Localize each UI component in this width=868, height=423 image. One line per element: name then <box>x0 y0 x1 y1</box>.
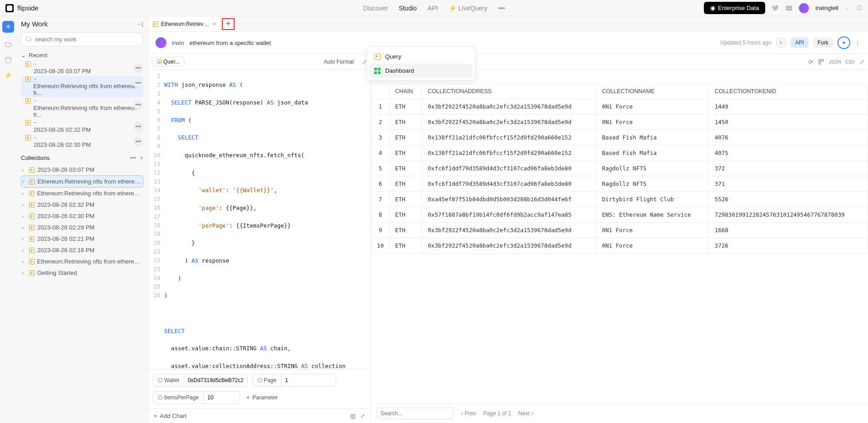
recent-item[interactable]: ~ 2023-08-26 02:32 PM ••• <box>21 120 143 134</box>
twitter-icon[interactable] <box>772 5 779 12</box>
col-name[interactable]: COLLECTIONNAME <box>596 84 709 99</box>
item-menu-icon[interactable]: ••• <box>133 137 143 147</box>
param-icon: ⬡ <box>158 394 162 401</box>
collection-item[interactable]: ›Ethereum:Retrieving nfts from ethereum.… <box>21 188 143 199</box>
username[interactable]: irwingtell <box>815 5 838 11</box>
table-row[interactable]: 2ETH0x3bf2922f4520a8ba0c2efc3d2a1539678d… <box>371 114 868 130</box>
bolt-icon[interactable]: ⚡ <box>5 72 12 79</box>
logo[interactable]: flipside <box>5 4 39 12</box>
nav-livequery[interactable]: ⚡ LiveQuery <box>449 5 487 12</box>
query-icon <box>29 167 35 173</box>
recent-item[interactable]: ~ 2023-08-26 02:30 PM ••• <box>21 135 143 149</box>
item-menu-icon[interactable]: ••• <box>133 63 143 73</box>
collection-item[interactable]: ›Ethereum:Retrieving nfts from ethereum.… <box>21 175 143 188</box>
collection-item[interactable]: ›Getting Started <box>21 267 143 279</box>
collections-menu-icon[interactable]: ••• <box>130 154 136 161</box>
collection-item[interactable]: ›2023-08-26 02:29 PM <box>21 222 143 233</box>
add-chart-button[interactable]: + Add Chart ▥ ⤢ <box>148 408 371 423</box>
table-row[interactable]: 10ETH0x3bf2922f4520a8ba0c2efc3d2a1539678… <box>371 238 868 254</box>
item-menu-icon[interactable]: ••• <box>133 78 143 88</box>
table-row[interactable]: 4ETH0x138ff21a21dfc06fbfccf15f2d9fd290a6… <box>371 145 868 161</box>
item-menu-icon[interactable]: ••• <box>133 100 143 110</box>
editor-pane: Quer... Auto Format ⤢ 123456789101112131… <box>148 54 371 423</box>
refresh-icon[interactable]: ⟳ <box>808 59 813 65</box>
query-icon <box>29 259 35 264</box>
bell-icon[interactable] <box>856 5 863 11</box>
json-button[interactable]: JSON <box>829 60 841 65</box>
nav-api[interactable]: API <box>428 5 438 12</box>
database-icon[interactable] <box>5 56 12 64</box>
item-menu-icon[interactable]: ••• <box>133 122 143 132</box>
discord-icon[interactable] <box>785 5 793 12</box>
collection-item[interactable]: ›2023-08-26 02:32 PM <box>21 199 143 210</box>
table-row[interactable]: 5ETH0xfc6f1ddf79d3589d4d3cf3107cad96fa8e… <box>371 161 868 176</box>
table-row[interactable]: 8ETH0x57f1887a8bf19b14fc0df6fd9b2acc9af1… <box>371 207 868 223</box>
page-input[interactable] <box>281 374 336 386</box>
query-tab[interactable]: Ethereum:Retrievin... × <box>148 16 221 31</box>
author-avatar[interactable] <box>156 37 166 48</box>
svg-rect-4 <box>819 62 821 64</box>
col-address[interactable]: COLLECTIONADDRESS <box>422 84 596 99</box>
editor-tab-query[interactable]: Quer... <box>152 57 185 67</box>
nav-discover[interactable]: Discover <box>363 5 387 12</box>
qr-icon[interactable] <box>818 59 824 65</box>
nav-more-icon[interactable]: ••• <box>498 5 505 12</box>
recent-item[interactable]: ~ Ethereum:Retrieving nfts from ethereum… <box>21 98 143 119</box>
recent-item[interactable]: ~ 2023-08-26 03:07 PM ••• <box>21 61 143 75</box>
col-chain[interactable]: CHAIN <box>390 84 422 99</box>
nav-studio[interactable]: Studio <box>399 5 417 12</box>
chevron-down-icon[interactable]: ⌄ <box>845 5 850 11</box>
folder-icon[interactable] <box>5 41 12 48</box>
table-row[interactable]: 1ETH0x3bf2922f4520a8ba0c2efc3d2a1539678d… <box>371 99 868 114</box>
table-row[interactable]: 3ETH0x138ff21a21dfc06fbfccf15f2d9fd290a6… <box>371 130 868 145</box>
svg-rect-3 <box>822 60 823 61</box>
query-icon <box>25 135 31 140</box>
fork-button[interactable]: Fork <box>813 38 833 48</box>
collection-item[interactable]: ›2023-08-26 02:30 PM <box>21 210 143 222</box>
add-parameter-button[interactable]: + Parameter <box>245 391 280 404</box>
api-button[interactable]: API <box>791 38 808 48</box>
history-icon[interactable]: ↻ <box>776 38 786 48</box>
collection-item[interactable]: ›2023-08-26 02:18 PM <box>21 244 143 256</box>
new-tab-button[interactable]: + <box>222 18 235 30</box>
table-row[interactable]: 7ETH0xa45ef87f51b84dbd0d5b003d288b16d3d0… <box>371 192 868 207</box>
dashboard-icon <box>374 68 381 74</box>
layout-icon[interactable]: ▥ <box>350 413 356 419</box>
search-input[interactable] <box>21 32 143 46</box>
items-input[interactable] <box>203 392 240 403</box>
expand-icon[interactable]: ⤢ <box>360 413 365 419</box>
collection-item[interactable]: ›2023-08-26 03:07 PM <box>21 164 143 175</box>
next-button[interactable]: Next › <box>518 410 533 417</box>
tabbar: Ethereum:Retrievin... × + <box>148 16 868 32</box>
col-idx[interactable] <box>371 84 390 99</box>
csv-button[interactable]: CSV <box>845 60 855 65</box>
auto-format-button[interactable]: Auto Format <box>319 57 358 66</box>
collapse-results-icon[interactable]: ⤢ <box>859 59 864 65</box>
close-tab-icon[interactable]: × <box>213 21 216 27</box>
wallet-input[interactable] <box>184 374 247 386</box>
recent-item[interactable]: ~ Ethereum:Retrieving nfts from ethereum… <box>21 76 143 97</box>
more-icon[interactable]: ⋮ <box>855 40 861 46</box>
col-tokenid[interactable]: COLLECTIONTOKENID <box>709 84 868 99</box>
collection-item[interactable]: ›Ethereum:Retrieving nfts from ethereum.… <box>21 256 143 267</box>
prev-button[interactable]: ‹ Prev <box>461 410 476 417</box>
avatar[interactable] <box>799 3 809 13</box>
dropdown-new-dashboard[interactable]: Dashboard <box>370 64 472 78</box>
run-button[interactable] <box>838 36 850 49</box>
results-search-input[interactable] <box>376 408 454 419</box>
search-icon <box>25 36 32 42</box>
enterprise-button[interactable]: ◉ Enterprise Data <box>704 2 765 14</box>
query-icon <box>157 60 161 64</box>
recent-header[interactable]: ⌄Recent <box>21 52 143 59</box>
query-icon <box>29 248 35 253</box>
table-row[interactable]: 9ETH0x3bf2922f4520a8ba0c2efc3d2a1539678d… <box>371 223 868 238</box>
new-button[interactable]: + <box>2 21 14 33</box>
collection-item[interactable]: ›2023-08-26 02:21 PM <box>21 233 143 244</box>
collections-add-icon[interactable]: + <box>140 154 143 161</box>
collapse-icon[interactable]: →| <box>136 20 143 27</box>
results-table: CHAIN COLLECTIONADDRESS COLLECTIONNAME C… <box>371 84 868 254</box>
query-icon <box>29 236 35 242</box>
code-editor[interactable]: 1234567891011121314151617181920212223242… <box>148 70 371 369</box>
dropdown-new-query[interactable]: Query <box>370 50 472 64</box>
table-row[interactable]: 6ETH0xfc6f1ddf79d3589d4d3cf3107cad96fa8e… <box>371 176 868 192</box>
